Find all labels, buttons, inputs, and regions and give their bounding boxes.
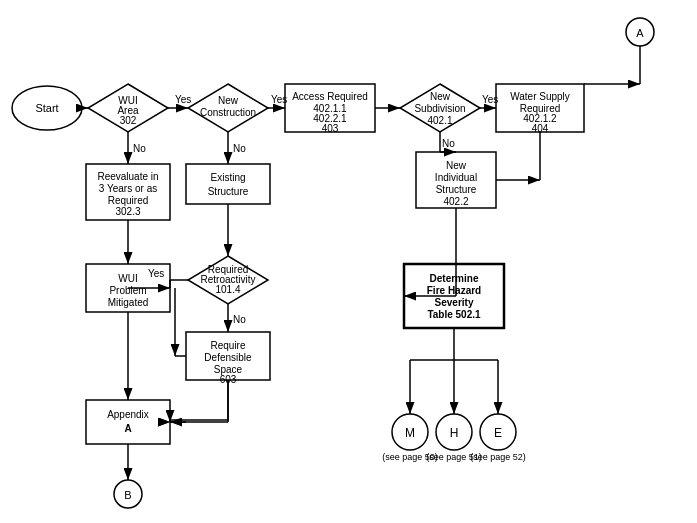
svg-text:402.1: 402.1 <box>427 115 452 126</box>
start-label: Start <box>35 102 58 114</box>
svg-rect-23 <box>186 164 270 204</box>
circle-b-label: B <box>124 489 131 501</box>
svg-text:Structure: Structure <box>436 184 477 195</box>
flowchart: Start WUI Area 302 New Construction Acce… <box>0 0 697 523</box>
circle-h-label: H <box>450 426 459 440</box>
svg-text:302: 302 <box>120 115 137 126</box>
svg-rect-43 <box>86 400 170 444</box>
svg-text:Subdivision: Subdivision <box>414 103 465 114</box>
determine-fire-label: Determine <box>430 273 479 284</box>
svg-text:3 Years or as: 3 Years or as <box>99 183 157 194</box>
new-individual-label: New <box>446 160 467 171</box>
yes-label-4: Yes <box>148 268 164 279</box>
circle-e-label: E <box>494 426 502 440</box>
water-supply-label: Water Supply <box>510 91 570 102</box>
reevaluate-label: Reevaluate in <box>97 171 158 182</box>
svg-text:Structure: Structure <box>208 186 249 197</box>
svg-text:302.3: 302.3 <box>115 206 140 217</box>
circle-a-label: A <box>636 27 644 39</box>
svg-text:Defensible: Defensible <box>204 352 252 363</box>
wui-problem-label: WUI <box>118 273 137 284</box>
svg-text:A: A <box>124 423 131 434</box>
see-page-52: (see page 52) <box>470 452 526 462</box>
svg-text:403: 403 <box>322 123 339 134</box>
access-required-label: Access Required <box>292 91 368 102</box>
svg-text:Construction: Construction <box>200 107 256 118</box>
svg-text:Problem: Problem <box>109 285 146 296</box>
no-label-2: No <box>233 143 246 154</box>
yes-label-1: Yes <box>175 94 191 105</box>
new-construction-label: New <box>218 95 239 106</box>
existing-structure-label: Existing <box>210 172 245 183</box>
yes-label-3: Yes <box>482 94 498 105</box>
circle-m-label: M <box>405 426 415 440</box>
svg-text:Mitigated: Mitigated <box>108 297 149 308</box>
svg-text:Individual: Individual <box>435 172 477 183</box>
svg-text:Severity: Severity <box>435 297 474 308</box>
svg-text:Required: Required <box>108 195 149 206</box>
no-label-3: No <box>442 138 455 149</box>
appendix-a-label: Appendix <box>107 409 149 420</box>
require-defensible-label: Require <box>210 340 245 351</box>
svg-text:101.4: 101.4 <box>215 284 240 295</box>
no-label-1: No <box>133 143 146 154</box>
svg-text:Fire Hazard: Fire Hazard <box>427 285 481 296</box>
svg-text:Table 502.1: Table 502.1 <box>427 309 481 320</box>
no-label-4: No <box>233 314 246 325</box>
svg-text:402.2: 402.2 <box>443 196 468 207</box>
new-subdivision-label: New <box>430 91 451 102</box>
yes-label-2: Yes <box>271 94 287 105</box>
